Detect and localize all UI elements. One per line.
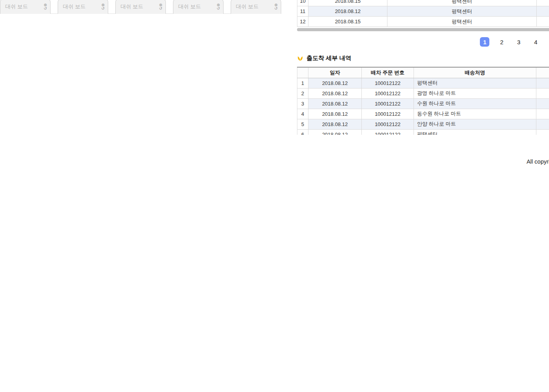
row-number-cell: 6	[297, 129, 308, 135]
table-cell: 2018.08.12	[536, 109, 549, 119]
page-number[interactable]: 4	[531, 37, 540, 47]
page-number[interactable]: 2	[497, 37, 506, 47]
table-cell: 2018.08.12	[536, 98, 549, 109]
scrollbar-thumb[interactable]	[297, 28, 549, 31]
table-cell: 2018.08.12	[308, 88, 361, 98]
table-cell: 55	[536, 6, 549, 17]
table-cell: 2018.08.15	[308, 17, 387, 27]
table-cell: 2018.08.15	[308, 0, 387, 6]
table-cell: 안양 하나로 마트	[414, 119, 536, 129]
tab-icons: ⊗↺	[102, 3, 105, 10]
page-number[interactable]: 3	[514, 37, 523, 47]
tab-refresh-icon[interactable]: ↺	[159, 7, 162, 10]
column-header: 날짜	[536, 67, 549, 78]
pagination: 12345678›»	[297, 37, 549, 47]
tab-icons: ⊗↺	[159, 3, 162, 10]
row-number-cell: 2	[297, 88, 308, 98]
table-cell: 동수원 하나로 마트	[414, 109, 536, 119]
tab-refresh-icon[interactable]: ↺	[44, 7, 47, 10]
tab-dashboard-5[interactable]: 대쉬 보드⊗↺	[115, 0, 166, 14]
center-arrivals-section: 센터별 대리점 출도착 내역 일자센터명차량 대수총 배차 주문 건수총 납품처…	[297, 0, 549, 47]
table-cell: 100012122	[361, 129, 414, 135]
table-cell: 2018.08.12	[308, 6, 387, 17]
table-row[interactable]: 62018.08.12100012122평택센터2018.08.1203:54:…	[297, 129, 549, 135]
table-cell: 2018.08.12	[308, 78, 361, 88]
table-row[interactable]: 12018.08.12100012122평택센터2018.08.1203:54:…	[297, 78, 549, 88]
table-row[interactable]: 102018.08.15평택센터122302239223424	[297, 0, 549, 6]
row-number-cell: 1	[297, 78, 308, 88]
tab-label: 대쉬 보드	[178, 3, 201, 10]
tab-dashboard-6[interactable]: 대쉬 보드⊗↺	[173, 0, 224, 14]
section-title: 출도착 세부 내역	[306, 55, 351, 62]
table-cell: 평택센터	[414, 129, 536, 135]
page-footer: All copyright reserved.	[297, 158, 549, 165]
horizontal-scrollbar[interactable]	[297, 28, 549, 31]
table-cell: 평택센터	[387, 6, 536, 17]
tab-icons: ⊗↺	[217, 3, 220, 10]
tab-label: 대쉬 보드	[63, 3, 86, 10]
row-number-cell: 5	[297, 119, 308, 129]
table-cell: 2018.08.12	[536, 119, 549, 129]
arrival-detail-table: 일자배차 주문 번호배송처명날짜센터 출발 시간센터 도착 시간도착 시간출발 …	[297, 67, 549, 135]
row-number-cell: 12	[297, 17, 308, 27]
table-cell: 2018.08.12	[308, 109, 361, 119]
table2-container: 일자배차 주문 번호배송처명날짜센터 출발 시간센터 도착 시간도착 시간출발 …	[297, 67, 549, 135]
table-cell: 100012122	[361, 109, 414, 119]
header-row: 일자배차 주문 번호배송처명날짜센터 출발 시간센터 도착 시간도착 시간출발 …	[297, 67, 549, 78]
tab-refresh-icon[interactable]: ↺	[102, 7, 105, 10]
tab-bar: 차량 운행 내역⊗↺대쉬 보드⊗↺대쉬 보드⊗↺대쉬 보드⊗↺대쉬 보드⊗↺대쉬…	[0, 0, 281, 14]
table-cell: 12	[536, 0, 549, 6]
table-row[interactable]: 32018.08.12100012122수원 하나로 마트2018.08.121…	[297, 98, 549, 109]
page: CVO 차량관제 시스템 접속자 정보 | 농협물류 전산관리자 로그아웃 NH…	[0, 0, 549, 9]
column-header: 배송처명	[414, 67, 536, 78]
row-number-cell: 11	[297, 6, 308, 17]
column-header: 배차 주문 번호	[361, 67, 414, 78]
table-cell: 2018.08.12	[536, 88, 549, 98]
tab-refresh-icon[interactable]: ↺	[274, 7, 278, 10]
nh-section-icon	[297, 55, 303, 62]
main-content: 소속 평택센터 세부 검색 차량번호 배송처 조회기간 ~ 검색	[281, 0, 549, 165]
table-cell: 2018.08.12	[536, 78, 549, 88]
row-number-cell: 3	[297, 98, 308, 109]
table-cell: 100012122	[361, 98, 414, 109]
table-cell: 12	[536, 17, 549, 27]
tab-label: 대쉬 보드	[120, 3, 143, 10]
tab-refresh-icon[interactable]: ↺	[217, 7, 220, 10]
table-cell: 평택센터	[387, 17, 536, 27]
table-cell: 평택센터	[414, 78, 536, 88]
table-row[interactable]: 112018.08.12평택센터552302230220499	[297, 6, 549, 17]
table-cell: 2018.08.12	[308, 119, 361, 129]
center-arrivals-table: 일자센터명차량 대수총 배차 주문 건수총 납품처 처납품12018.08.12…	[297, 0, 549, 27]
tab-dashboard-7[interactable]: 대쉬 보드⊗↺	[231, 0, 281, 14]
row-number-cell: 4	[297, 109, 308, 119]
table-cell: 2018.08.12	[536, 129, 549, 135]
table-cell: 2018.08.12	[308, 129, 361, 135]
row-number-cell: 10	[297, 0, 308, 6]
table-cell: 100012122	[361, 78, 414, 88]
tab-dashboard-4[interactable]: 대쉬 보드⊗↺	[58, 0, 108, 14]
table-cell: 100012122	[361, 88, 414, 98]
table1-container: 일자센터명차량 대수총 배차 주문 건수총 납품처 처납품12018.08.12…	[297, 0, 549, 27]
table-cell: 광명 하나로 마트	[414, 88, 536, 98]
arrival-detail-section: 출도착 세부 내역 일자배차 주문 번호배송처명날짜센터 출발 시간센터 도착 …	[297, 55, 549, 135]
column-header	[297, 67, 308, 78]
page-number-active[interactable]: 1	[480, 37, 489, 47]
table-cell: 100012122	[361, 119, 414, 129]
table-row[interactable]: 22018.08.12100012122광명 하나로 마트2018.08.120…	[297, 88, 549, 98]
table-row[interactable]: 122018.08.15평택센터122302239223424	[297, 17, 549, 27]
section-title-row: 출도착 세부 내역	[297, 55, 549, 62]
table-row[interactable]: 52018.08.12100012122안양 하나로 마트2018.08.120…	[297, 119, 549, 129]
tab-dashboard-3[interactable]: 대쉬 보드⊗↺	[0, 0, 51, 14]
table-cell: 평택센터	[387, 0, 536, 6]
column-header: 일자	[308, 67, 361, 78]
tab-label: 대쉬 보드	[236, 3, 259, 10]
copyright-text: All copyright reserved.	[526, 158, 549, 165]
table-row[interactable]: 42018.08.12100012122동수원 하나로 마트2018.08.12…	[297, 109, 549, 119]
tab-icons: ⊗↺	[44, 3, 47, 10]
tab-label: 대쉬 보드	[5, 3, 28, 10]
tab-icons: ⊗↺	[274, 3, 278, 10]
table-cell: 2018.08.12	[308, 98, 361, 109]
table-cell: 수원 하나로 마트	[414, 98, 536, 109]
